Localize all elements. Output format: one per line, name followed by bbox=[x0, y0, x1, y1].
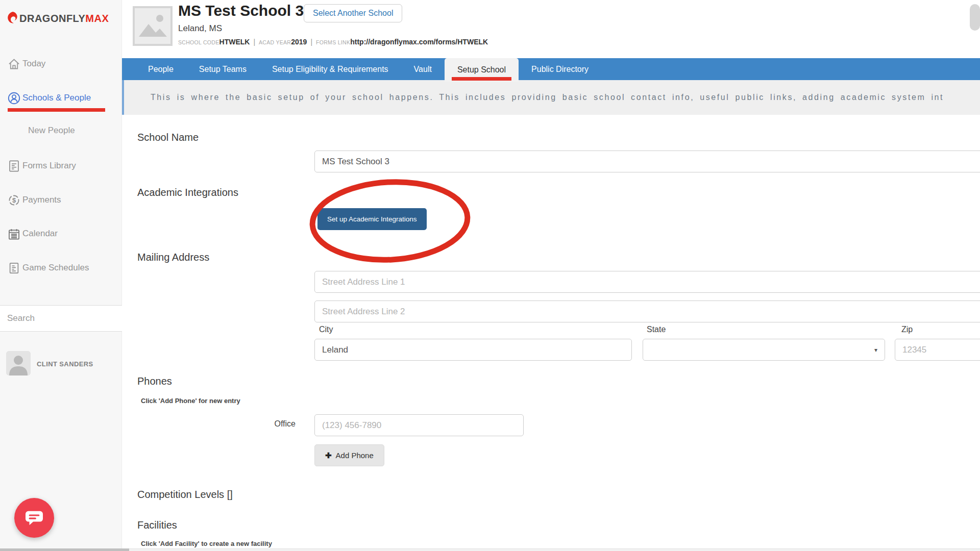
phones-hint: Click 'Add Phone' for new entry bbox=[141, 397, 240, 405]
forms-link-label: FORMS LINK bbox=[316, 39, 350, 45]
person-circle-icon bbox=[7, 91, 21, 105]
facilities-hint: Click 'Add Facility' to create a new fac… bbox=[141, 540, 272, 547]
sidebar-item-label: Calendar bbox=[22, 229, 58, 239]
acad-year-value: 2019 bbox=[291, 38, 307, 46]
tab-people[interactable]: People bbox=[135, 58, 186, 80]
sidebar-item-schools-people[interactable]: Schools & People bbox=[7, 90, 91, 106]
sidebar-item-new-people[interactable]: New People bbox=[28, 126, 75, 136]
sidebar-item-today[interactable]: Today bbox=[7, 56, 45, 71]
select-another-school-button[interactable]: Select Another School bbox=[304, 4, 402, 22]
vertical-scrollbar-thumb[interactable] bbox=[970, 4, 980, 31]
tab-setup-eligibility[interactable]: Setup Eligibility & Requirements bbox=[259, 58, 401, 80]
school-name-input[interactable] bbox=[314, 151, 980, 172]
city-label: City bbox=[319, 325, 333, 334]
office-phone-label: Office bbox=[214, 419, 296, 429]
calendar-icon bbox=[7, 227, 21, 241]
schedule-icon bbox=[7, 261, 21, 275]
mailing-address-label: Mailing Address bbox=[137, 252, 209, 263]
state-label: State bbox=[647, 325, 666, 334]
school-code-label: SCHOOL CODE bbox=[178, 39, 219, 45]
page-title: MS Test School 3 bbox=[178, 2, 304, 19]
avatar[interactable] bbox=[6, 351, 31, 375]
sidebar-item-label: Forms Library bbox=[22, 161, 76, 171]
school-name-label: School Name bbox=[137, 132, 199, 143]
horizontal-scrollbar-thumb[interactable] bbox=[0, 548, 129, 551]
intro-banner: This is where the basic setup of your sc… bbox=[122, 80, 980, 115]
setup-academic-integrations-button[interactable]: Set up Academic Integrations bbox=[317, 208, 427, 230]
meta-separator: | bbox=[310, 38, 312, 46]
school-location: Leland, MS bbox=[178, 23, 222, 34]
school-meta: SCHOOL CODEHTWELK | ACAD YEAR2019 | FORM… bbox=[178, 38, 488, 46]
sidebar-item-label: Game Schedules bbox=[22, 263, 89, 273]
competition-levels-heading: Competition Levels [] bbox=[137, 489, 233, 500]
tab-setup-teams[interactable]: Setup Teams bbox=[186, 58, 259, 80]
sidebar-item-label: Schools & People bbox=[22, 93, 91, 103]
street-address-2-input[interactable] bbox=[314, 300, 980, 322]
chat-button[interactable] bbox=[14, 498, 54, 538]
plus-icon: ✚ bbox=[325, 451, 332, 460]
brand-name-secondary: MAX bbox=[85, 13, 109, 24]
acad-year-label: ACAD YEAR bbox=[259, 39, 291, 45]
home-icon bbox=[7, 57, 21, 71]
sidebar-item-label: Payments bbox=[22, 195, 61, 205]
user-name: CLINT SANDERS bbox=[37, 360, 93, 368]
app-root: DRAGONFLYMAX Today Schools & People New … bbox=[0, 0, 980, 551]
city-input[interactable] bbox=[314, 339, 632, 361]
chevron-down-icon: ▾ bbox=[874, 346, 877, 354]
chat-bubble-icon bbox=[24, 509, 44, 527]
academic-integrations-label: Academic Integrations bbox=[137, 187, 238, 198]
sidebar-search bbox=[0, 305, 122, 332]
active-nav-underline bbox=[8, 108, 105, 112]
horizontal-scrollbar[interactable] bbox=[0, 548, 980, 551]
search-input[interactable] bbox=[0, 306, 122, 331]
sidebar-item-forms-library[interactable]: Forms Library bbox=[7, 158, 76, 173]
school-logo-placeholder bbox=[133, 6, 173, 46]
sidebar-item-calendar[interactable]: Calendar bbox=[7, 226, 58, 241]
school-code-value: HTWELK bbox=[219, 38, 250, 46]
tab-vault[interactable]: Vault bbox=[401, 58, 445, 80]
zip-input[interactable] bbox=[895, 339, 980, 361]
tab-public-directory[interactable]: Public Directory bbox=[519, 58, 601, 80]
sidebar-item-game-schedules[interactable]: Game Schedules bbox=[7, 260, 89, 276]
office-phone-input[interactable] bbox=[314, 414, 524, 436]
main-content: MS Test School 3 Select Another School L… bbox=[122, 0, 980, 551]
sidebar-item-label: Today bbox=[22, 59, 45, 69]
forms-link-value[interactable]: http://dragonflymax.com/forms/HTWELK bbox=[350, 38, 488, 46]
sidebar-item-payments[interactable]: $ Payments bbox=[7, 192, 61, 208]
state-select[interactable]: ▾ bbox=[643, 339, 885, 361]
form-icon bbox=[7, 159, 21, 173]
active-tab-underline bbox=[452, 77, 511, 81]
phones-heading: Phones bbox=[137, 375, 172, 387]
meta-separator: | bbox=[253, 38, 255, 46]
street-address-1-input[interactable] bbox=[314, 271, 980, 293]
payment-icon: $ bbox=[7, 193, 21, 207]
tab-setup-school[interactable]: Setup School bbox=[445, 58, 519, 82]
sidebar: DRAGONFLYMAX Today Schools & People New … bbox=[0, 0, 122, 551]
facilities-heading: Facilities bbox=[137, 519, 177, 531]
tab-label: Setup School bbox=[457, 65, 506, 74]
hurricane-icon bbox=[6, 11, 18, 26]
tab-bar: People Setup Teams Setup Eligibility & R… bbox=[122, 58, 980, 80]
brand-name-primary: DRAGONFLY bbox=[19, 13, 85, 24]
dragonfly-logo[interactable]: DRAGONFLYMAX bbox=[6, 11, 109, 26]
svg-text:$: $ bbox=[12, 196, 16, 204]
add-phone-button[interactable]: ✚ Add Phone bbox=[314, 444, 384, 466]
add-phone-label: Add Phone bbox=[336, 451, 374, 460]
intro-text: This is where the basic setup of your sc… bbox=[124, 93, 944, 102]
zip-label: Zip bbox=[901, 325, 913, 334]
